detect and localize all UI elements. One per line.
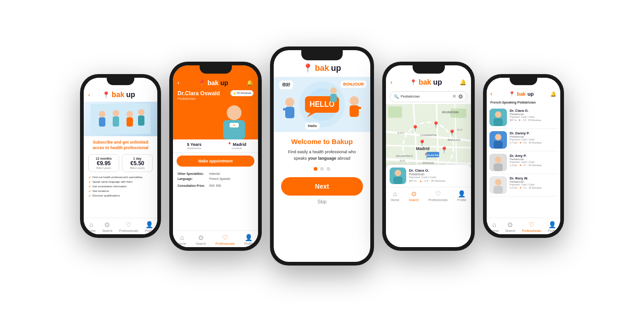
plan-daily[interactable]: 1 day €5.50 Billed yearly — [122, 154, 153, 172]
nav-professionals-2[interactable]: ♡ Professionals — [215, 234, 235, 245]
svg-text:📍: 📍 — [418, 139, 426, 147]
nav-profile-4[interactable]: 👤 Profile — [457, 190, 466, 202]
location-pin-icon-2: 📍 — [227, 142, 232, 146]
nav-profile-5[interactable]: 👤 Profile — [548, 221, 557, 232]
location-pin-icon-1: 📍 — [102, 91, 110, 98]
doctor-card-map[interactable]: Dr. Clara O. Pediatrician Payment: Card … — [386, 165, 471, 187]
nav-search-2[interactable]: ⊙ Search — [196, 234, 206, 245]
brand-logo-1: 📍 bakup — [102, 91, 135, 99]
appointment-button[interactable]: Make appointment — [177, 156, 254, 167]
star-icon-2: ⭐ — [233, 92, 236, 95]
nav-profile-2[interactable]: 👤 Profile — [244, 234, 253, 245]
back-arrow-2[interactable]: ‹ — [178, 80, 179, 86]
svg-rect-26 — [330, 94, 337, 102]
svg-text:M-12: M-12 — [457, 128, 463, 131]
search-icon-4: 🔍 — [394, 94, 399, 99]
doctor-details: Other Specialities: Internist Language: … — [173, 169, 258, 231]
onboarding-illustration: HELLO 你好 BONJOUR Hallo — [274, 77, 370, 132]
star-icon-5-1: ★ — [519, 141, 522, 144]
doctor-payment-4: Payment: Card / Cash — [409, 176, 467, 179]
filter-icon-4[interactable]: ⚙ — [458, 93, 463, 100]
phone-2-doctor-profile: ‹ 📍 bakup 🔔 Dr.Clara Oswald Pediatrician… — [169, 62, 262, 251]
notch-1 — [107, 78, 134, 85]
list-item[interactable]: Dr. Rory W. Pediatrician Payment: Card /… — [489, 174, 558, 196]
svg-text:ATOCHA: ATOCHA — [423, 162, 434, 164]
nav-professionals-5[interactable]: ♡ Professionals — [522, 221, 541, 232]
list-item[interactable]: Dr. Amy P. Pediatrician Payment: Card / … — [489, 151, 558, 174]
onboarding-title: Welcome to Bakup — [281, 138, 363, 145]
lang-tag-german: Hallo — [305, 122, 320, 129]
consultation-price-row: Consultation Price: €45- €60 — [173, 183, 258, 188]
phone-5-list: ‹ 📍 bakup 🔔 French-Speaking Pediatrician… — [483, 74, 564, 238]
profile-icon-2: 👤 — [245, 234, 253, 241]
feature-5: ✓Discover qualifications — [88, 194, 153, 198]
nav-home-1[interactable]: ⌂ Home — [87, 221, 96, 232]
pagination-dots — [281, 167, 363, 171]
back-arrow-1[interactable]: ‹ — [88, 92, 90, 98]
experience-stat: 5 Years Experience — [173, 139, 216, 152]
search-icon-5: ⊙ — [507, 221, 513, 228]
notch-2 — [200, 65, 232, 74]
home-icon-1: ⌂ — [89, 221, 93, 228]
profile-icon-4: 👤 — [458, 190, 466, 197]
p1-hero-image — [84, 102, 157, 136]
svg-point-55 — [395, 170, 401, 176]
other-spec-row: Other Specialities: Internist — [173, 171, 258, 176]
back-arrow-5[interactable]: ‹ — [490, 91, 492, 97]
svg-rect-59 — [494, 118, 503, 126]
nav-bar-4: ⌂ Home ⊙ Search ♡ Professionals 👤 Profil… — [386, 187, 471, 203]
list-item[interactable]: Dr. Clara O. Pediatrician Payment: Card … — [489, 106, 558, 129]
doctor-avatar-4 — [390, 168, 406, 184]
doctor-name-4: Dr. Clara O. — [409, 168, 467, 173]
onboarding-content: Welcome to Bakup Find easily a health pr… — [274, 132, 370, 262]
skip-link[interactable]: Skip — [281, 199, 363, 204]
svg-point-16 — [285, 98, 294, 107]
plan-yearly[interactable]: 12 months €9.95 Billed yearly — [88, 154, 119, 172]
brand-up-1: up — [126, 91, 135, 99]
nav-home-4[interactable]: ⌂ Home — [391, 190, 399, 202]
svg-text:Madrid: Madrid — [416, 146, 430, 151]
bell-icon-2[interactable]: 🔔 — [247, 80, 253, 86]
home-icon-5: ⌂ — [492, 221, 496, 228]
svg-point-5 — [126, 111, 133, 117]
plans-container: 12 months €9.95 Billed yearly 1 day €5.5… — [88, 154, 153, 172]
nav-search-4[interactable]: ⊙ Search — [409, 190, 419, 202]
doctor-avatar-2: + — [216, 103, 253, 139]
next-button[interactable]: Next — [281, 177, 363, 196]
star-icon-5-0: ★ — [518, 119, 521, 121]
nav-profile-1[interactable]: 👤 Profile — [145, 221, 154, 232]
star-icon-5-3: ★ — [519, 186, 522, 189]
dot-2 — [320, 167, 324, 171]
bell-icon-5[interactable]: 🔔 — [550, 91, 557, 97]
lang-tag-chinese: 你好 — [279, 81, 293, 89]
svg-text:You are here: You are here — [426, 154, 441, 156]
search-icon-2: ⊙ — [198, 234, 204, 241]
search-icon-4b: ⊙ — [411, 190, 417, 197]
svg-rect-8 — [138, 116, 144, 126]
brand-logo-4: 📍 bakup — [410, 78, 442, 87]
nav-home-5[interactable]: ⌂ Home — [490, 221, 499, 232]
map-view[interactable]: Madrid Alcobendas CHAMARTIN SALAMANCA BA… — [386, 104, 471, 187]
svg-rect-4 — [113, 116, 119, 127]
svg-text:BARAJAS: BARAJAS — [448, 139, 460, 141]
svg-rect-56 — [393, 177, 402, 184]
svg-rect-62 — [494, 141, 503, 149]
nav-search-5[interactable]: ⊙ Search — [505, 221, 515, 232]
bell-icon-4[interactable]: 🔔 — [460, 79, 466, 86]
list-item[interactable]: Dr. Danny P. Pediatrician Payment: Card … — [489, 129, 558, 151]
brand-bak-1: bak — [112, 91, 125, 99]
doctor-spec-2: Pediatrician — [178, 97, 220, 101]
reviews-4: 35 Reviews — [431, 179, 445, 183]
back-arrow-4[interactable]: ‹ — [391, 79, 392, 86]
nav-search-1[interactable]: ⊙ Search — [102, 221, 112, 232]
nav-professionals-1[interactable]: ♡ Professionals — [119, 221, 138, 232]
svg-point-3 — [113, 110, 119, 116]
svg-point-25 — [330, 87, 337, 94]
nav-bar-5: ⌂ Home ⊙ Search ♡ Professionals 👤 Profil… — [487, 218, 560, 234]
clear-search-icon[interactable]: ✕ — [452, 93, 456, 99]
search-bar-4[interactable]: 🔍 Pediatrician ✕ ⚙ — [390, 91, 467, 102]
nav-home-2[interactable]: ⌂ Home — [178, 234, 186, 245]
nav-professionals-4[interactable]: ♡ Professionals — [428, 190, 448, 202]
p1-content: Subscribe and get unlimited acces to hea… — [84, 136, 157, 218]
phone-3-onboarding: 📍 bakup — [270, 46, 374, 266]
